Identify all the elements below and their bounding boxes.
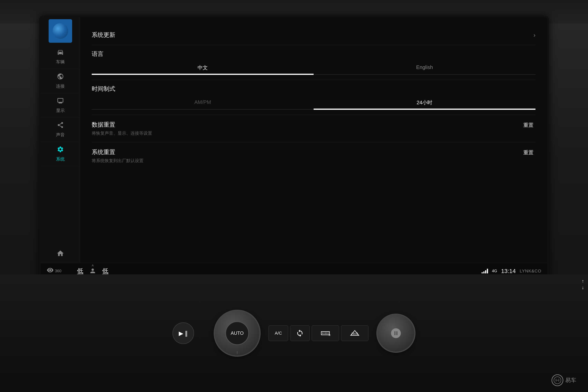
system-reset-description: 将系统恢复到出厂默认设置 [92, 158, 144, 164]
play-pause-icon: ▶ ‖ [179, 330, 188, 337]
sidebar-logo[interactable] [48, 19, 72, 43]
brand-label: LYNK&CO [520, 268, 541, 274]
hvac-controls-area: ▶ ‖ AUTO | A/C [0, 274, 588, 392]
screen-bezel: 车辆 连接 [39, 16, 549, 280]
system-reset-section: 系统重置 将系统恢复到出厂默认设置 重置 [92, 142, 536, 170]
climate-temp-left: 低 [77, 267, 83, 276]
camera-360-button[interactable]: 360 [47, 267, 61, 275]
globe-icon [57, 73, 64, 82]
network-label: 4G [492, 269, 497, 273]
data-reset-info: 数据重置 将恢复声音、显示、连接等设置 [92, 121, 152, 136]
camera-360-icon [47, 267, 54, 275]
time-format-section: 时间制式 AM/PM 24小时 [92, 80, 536, 115]
signal-bar-2 [483, 272, 484, 274]
data-reset-description: 将恢复声音、显示、连接等设置 [92, 130, 152, 136]
language-english-option[interactable]: English [314, 62, 536, 74]
data-reset-title: 数据重置 [92, 121, 152, 129]
moon-icon [52, 23, 68, 39]
speaker-icon [57, 122, 64, 130]
sidebar-item-system-label: 系统 [56, 156, 65, 162]
sidebar-item-sound-label: 声音 [56, 132, 65, 138]
sidebar-nav: 车辆 连接 [41, 17, 80, 263]
status-bar-right: 4G 13:14 LYNK&CO [482, 268, 541, 274]
time-format-title: 时间制式 [92, 85, 536, 93]
sidebar-item-connect-label: 连接 [56, 83, 65, 89]
air-recirculate-button[interactable] [290, 325, 310, 341]
monitor-icon [57, 97, 64, 106]
home-icon [56, 250, 64, 259]
climate-temp-right: 低 [102, 267, 108, 276]
infotainment-screen: 车辆 连接 [41, 17, 547, 279]
ac-controls-center: A/C MAX [268, 325, 368, 341]
watermark-circle [552, 374, 563, 386]
system-reset-info: 系统重置 将系统恢复到出厂默认设置 [92, 148, 144, 164]
sidebar-item-vehicle[interactable]: 车辆 [41, 45, 80, 69]
svg-text:MAX: MAX [329, 334, 330, 336]
sidebar-item-display-label: 显示 [56, 108, 65, 114]
signal-bar-1 [482, 272, 483, 274]
temperature-knob-left[interactable]: AUTO | [214, 310, 261, 357]
rear-defrost-button[interactable]: MAX [312, 325, 339, 341]
watermark: 易车 [552, 374, 576, 386]
play-pause-button[interactable]: ▶ ‖ [172, 322, 194, 344]
language-chinese-option[interactable]: 中文 [92, 62, 314, 74]
sidebar-home-button[interactable] [41, 246, 80, 263]
clock-display: 13:14 [501, 268, 516, 274]
ac-button-row: A/C MAX [268, 325, 368, 341]
auto-label: AUTO [231, 330, 244, 336]
car-icon [57, 48, 64, 58]
camera-360-label: 360 [55, 269, 61, 273]
sidebar-item-display[interactable]: 显示 [41, 93, 80, 118]
sidebar-item-sound[interactable]: 声音 [41, 118, 80, 142]
system-reset-title: 系统重置 [92, 148, 144, 156]
sidebar-item-system[interactable]: 系统 [41, 142, 80, 166]
system-update-row[interactable]: 系统更新 › [92, 25, 536, 45]
system-update-title: 系统更新 [92, 31, 115, 39]
ac-toggle-button[interactable]: A/C [268, 325, 288, 341]
signal-bar-4 [487, 269, 488, 274]
sidebar-item-connect[interactable]: 连接 [41, 69, 80, 93]
signal-bar-3 [485, 270, 486, 274]
fan-icon [390, 327, 402, 339]
temperature-knob-label: AUTO [231, 330, 244, 336]
sidebar-item-vehicle-label: 车辆 [56, 59, 65, 65]
time-format-toggle: AM/PM 24小时 [92, 97, 536, 108]
language-title: 语言 [92, 50, 536, 58]
time-format-24h-option[interactable]: 24小时 [314, 97, 536, 108]
data-reset-section: 数据重置 将恢复声音、显示、连接等设置 重置 [92, 115, 536, 142]
data-reset-button[interactable]: 重置 [521, 121, 536, 130]
system-reset-button[interactable]: 重置 [521, 148, 536, 157]
temperature-knob-inner: AUTO [226, 322, 249, 345]
time-format-ampm-option[interactable]: AM/PM [92, 97, 314, 108]
screen-content-area: 车辆 连接 [41, 17, 547, 263]
front-defrost-button[interactable] [341, 325, 368, 341]
climate-auto-label: A [92, 264, 94, 267]
main-settings-content: 系统更新 › 语言 中文 English [80, 17, 547, 263]
language-section: 语言 中文 English [92, 45, 536, 80]
fan-arrows: ↑ ↓ [582, 278, 584, 290]
signal-strength-indicator [482, 269, 488, 274]
watermark-text: 易车 [565, 376, 576, 384]
knob-indicator: | [237, 351, 238, 354]
system-update-arrow: › [534, 32, 536, 38]
language-toggle: 中文 English [92, 62, 536, 74]
gear-icon [57, 146, 64, 155]
fan-speed-knob[interactable]: ↑ ↓ [376, 314, 416, 353]
